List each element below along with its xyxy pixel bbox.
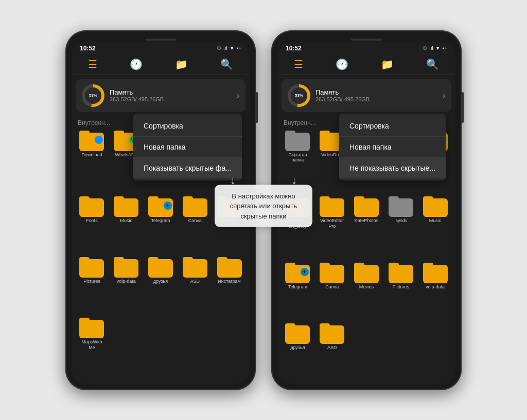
folder-icon-friends-r xyxy=(285,323,310,344)
folder-voip-r[interactable]: voip-data xyxy=(419,263,451,321)
storage-bar-right[interactable]: 53% Память 263.52GB/ 495.26GB › xyxy=(282,79,451,112)
search-icon-r[interactable]: 🔍 xyxy=(426,58,439,70)
hamburger-icon[interactable]: ☰ xyxy=(88,58,97,70)
wifi-icon: ▼ xyxy=(230,45,235,51)
folder-icon-pictures-l xyxy=(79,257,104,278)
folder-asd-l[interactable]: ASD xyxy=(179,257,211,316)
phone-screen-left: 10:52 ☉ .ıl ▼ ▪+ ☰ 🕐 📁 🔍 53% xyxy=(72,42,250,384)
folder-icon-mapswithme-l xyxy=(79,318,104,338)
status-bar-left: 10:52 ☉ .ıl ▼ ▪+ xyxy=(72,42,250,54)
nav-bar-right: ☰ 🕐 📁 🔍 xyxy=(277,54,455,75)
folder-icon-fonts-l xyxy=(79,196,104,217)
folder-download[interactable]: ↓ Download xyxy=(76,131,108,195)
alarm-icon-r: ☉ xyxy=(423,45,427,51)
storage-circle-right: 53% xyxy=(288,84,310,107)
folder-icon-pictures-r xyxy=(389,263,413,283)
notch-dot-right xyxy=(351,39,382,41)
folder-telegram-r[interactable]: ✈ Telegram xyxy=(282,263,314,321)
folder-sysdv-r[interactable]: .sysdv xyxy=(384,196,417,261)
folder-lightcone-r[interactable]: lightcone_ art_story xyxy=(282,196,314,261)
status-time-left: 10:52 xyxy=(80,45,96,52)
storage-bar-left[interactable]: 53% Память 263.52GB/ 495.26GB › xyxy=(76,79,245,112)
dropdown-showhidden-left[interactable]: Показывать скрытые фа... xyxy=(133,158,242,178)
folder-icon-telegram-l: ✈ xyxy=(148,196,173,217)
folder-movies-l[interactable]: Movies xyxy=(213,196,245,255)
hamburger-icon-r[interactable]: ☰ xyxy=(294,58,303,70)
phone-right: 10:52 ☉ .ıl ▼ ▪+ ☰ 🕐 📁 🔍 53% xyxy=(271,30,462,390)
folder-videoeditor-r[interactable]: VideoEditor Pro xyxy=(316,196,348,261)
folder-movies-r[interactable]: Movies xyxy=(350,263,383,321)
storage-detail-left: 263.52GB/ 495.26GB xyxy=(110,96,232,102)
status-bar-right: 10:52 ☉ .ıl ▼ ▪+ xyxy=(277,42,455,54)
history-icon[interactable]: 🕐 xyxy=(130,58,143,70)
folder-icon-movies-l xyxy=(217,196,242,217)
phone-notch-left xyxy=(72,36,250,42)
folder-pictures-r[interactable]: Pictures xyxy=(384,263,417,321)
storage-arrow-right: › xyxy=(443,91,445,100)
folder-mapswithme-l[interactable]: MapsWith Me xyxy=(76,318,108,382)
folder-music-r[interactable]: Music xyxy=(419,196,451,261)
phone-left: 10:52 ☉ .ıl ▼ ▪+ ☰ 🕐 📁 🔍 53% xyxy=(65,30,256,390)
folder-name-telegram-l: Telegram xyxy=(151,218,170,224)
folder-name-download: Download xyxy=(81,152,102,158)
dropdown-newfolder-left[interactable]: Новая папка xyxy=(133,137,242,158)
folder-instagram-l[interactable]: Инстаграм xyxy=(213,257,245,316)
folder-name-voip-l: voip-data xyxy=(117,279,136,284)
folder-icon-music-r xyxy=(423,196,448,217)
folder-telegram-l[interactable]: ✈ Telegram xyxy=(145,196,177,255)
signal-icon-r: .ıl xyxy=(429,45,433,51)
storage-percent-right: 53% xyxy=(291,87,307,104)
wifi-icon-r: ▼ xyxy=(435,45,441,51)
folder-name-katephotos-r: KatePhotos xyxy=(355,218,379,224)
folder-icon-asd-r xyxy=(320,323,344,344)
folder-canva-r[interactable]: Canva xyxy=(316,263,348,321)
folder-icon-instagram-l xyxy=(217,257,242,278)
folder-name-music-l: Music xyxy=(120,218,132,224)
folder-friends-r[interactable]: друзья xyxy=(282,323,314,382)
folder-icon-friends-l xyxy=(148,257,173,278)
alarm-icon: ☉ xyxy=(217,45,221,51)
folder-name-pictures-l: Pictures xyxy=(83,279,100,284)
storage-title-right: Память xyxy=(315,88,437,96)
folder-name-videoeditor-r: VideoEditor Pro xyxy=(319,218,345,229)
storage-info-left: Память 263.52GB/ 495.26GB xyxy=(110,88,232,102)
storage-arrow-left: › xyxy=(237,91,239,100)
folder-icon-canva-r xyxy=(320,263,344,283)
nav-bar-left: ☰ 🕐 📁 🔍 xyxy=(72,54,250,75)
folder-katephotos-r[interactable]: KatePhotos xyxy=(350,196,383,261)
folder-name-voip-r: voip-data xyxy=(426,284,445,290)
folder-icon-lightcone-r xyxy=(285,196,310,217)
folder-name-music-r: Music xyxy=(429,218,442,224)
folder-name-fonts-l: Fonts xyxy=(86,218,98,224)
folder-name-friends-r: друзья xyxy=(290,345,305,351)
folder-name-canva-r: Canva xyxy=(325,284,339,290)
folder-icon-voip-r xyxy=(423,263,448,283)
folder-pictures-l[interactable]: Pictures xyxy=(76,257,108,316)
folder-hidden-r[interactable]: Скрытая папка xyxy=(282,131,314,195)
storage-circle-left: 53% xyxy=(82,84,104,107)
storage-info-right: Память 263.52GB/ 495.26GB xyxy=(315,88,437,102)
folder-asd-r[interactable]: ASD xyxy=(316,323,348,382)
folder-name-hidden-r: Скрытая папка xyxy=(284,152,311,163)
phone-notch-right xyxy=(277,36,455,42)
folder-fonts-l[interactable]: Fonts xyxy=(76,196,108,255)
folder-voip-l[interactable]: voip-data xyxy=(110,257,143,316)
folder-nav-icon-r[interactable]: 📁 xyxy=(381,58,394,70)
dropdown-newfolder-right[interactable]: Новая папка xyxy=(339,137,446,158)
dropdown-menu-right: Сортировка Новая папка Не показывать скр… xyxy=(339,114,446,180)
folder-icon-movies-r xyxy=(354,263,379,283)
phone-screen-right: 10:52 ☉ .ıl ▼ ▪+ ☰ 🕐 📁 🔍 53% xyxy=(277,42,455,384)
folder-friends-l[interactable]: друзья xyxy=(145,257,177,316)
dropdown-menu-left: Сортировка Новая папка Показывать скрыты… xyxy=(133,114,242,180)
dropdown-sort-left[interactable]: Сортировка xyxy=(133,116,242,137)
search-icon[interactable]: 🔍 xyxy=(220,58,233,70)
folder-nav-icon[interactable]: 📁 xyxy=(175,58,188,70)
history-icon-r[interactable]: 🕐 xyxy=(336,58,348,70)
folder-canva-l[interactable]: Canva xyxy=(179,196,211,255)
folder-music-l[interactable]: Music xyxy=(110,196,143,255)
dropdown-nothidden-right[interactable]: Не показывать скрытые... xyxy=(339,158,446,178)
dropdown-sort-right[interactable]: Сортировка xyxy=(339,116,446,137)
battery-icon: ▪+ xyxy=(237,45,241,51)
folder-name-movies-l: Movies xyxy=(222,218,237,224)
folder-icon-sysdv-r xyxy=(389,196,413,217)
